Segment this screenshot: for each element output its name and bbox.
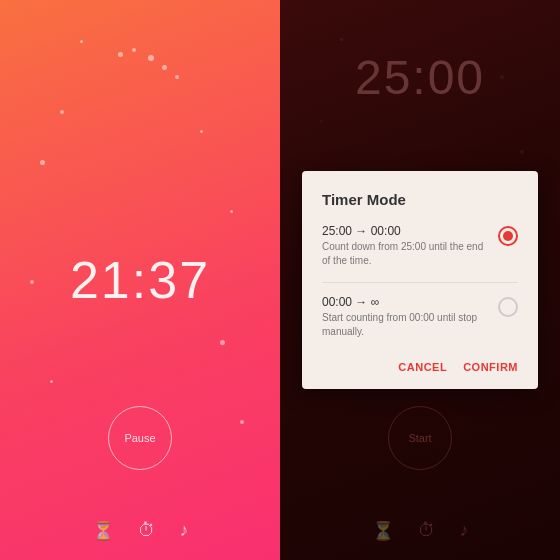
option-row-2[interactable]: 00:00 → ∞ Start counting from 00:00 unti… <box>322 295 518 339</box>
pause-label: Pause <box>124 432 155 444</box>
deco-dot <box>240 420 244 424</box>
option1-desc: Count down from 25:00 until the end of t… <box>322 240 490 268</box>
left-panel: 21:37 Pause ⏳ ⏱ ♪ <box>0 0 280 560</box>
deco-dot <box>220 340 225 345</box>
right-panel: 25:00 Timer Mode 25:00 → 00:00 Count dow… <box>280 0 560 560</box>
option2-desc: Start counting from 00:00 until stop man… <box>322 311 490 339</box>
stopwatch-icon[interactable]: ⏱ <box>138 520 156 542</box>
deco-dot <box>162 65 167 70</box>
modal-actions: CANCEL CONFIRM <box>322 353 518 377</box>
music-icon[interactable]: ♪ <box>180 520 189 542</box>
option2-label: 00:00 → ∞ <box>322 295 490 309</box>
pause-button[interactable]: Pause <box>108 406 172 470</box>
divider <box>322 282 518 283</box>
deco-dot <box>148 55 154 61</box>
deco-dot <box>200 130 203 133</box>
deco-dot <box>175 75 179 79</box>
radio-option1[interactable] <box>498 226 518 246</box>
bottom-nav-left: ⏳ ⏱ ♪ <box>0 520 280 542</box>
timer-mode-dialog: Timer Mode 25:00 → 00:00 Count down from… <box>302 171 538 389</box>
option2-text: 00:00 → ∞ Start counting from 00:00 unti… <box>322 295 490 339</box>
confirm-button[interactable]: CONFIRM <box>463 357 518 377</box>
clock-display: 21:37 <box>70 250 210 310</box>
modal-overlay: Timer Mode 25:00 → 00:00 Count down from… <box>280 0 560 560</box>
deco-dot <box>40 160 45 165</box>
deco-dot <box>50 380 53 383</box>
option1-label: 25:00 → 00:00 <box>322 224 490 238</box>
radio-inner-1 <box>503 231 513 241</box>
deco-dot <box>80 40 83 43</box>
deco-dot <box>60 110 64 114</box>
deco-dot <box>30 280 34 284</box>
cancel-button[interactable]: CANCEL <box>398 357 447 377</box>
radio-option2[interactable] <box>498 297 518 317</box>
timer-icon[interactable]: ⏳ <box>92 520 114 542</box>
option1-text: 25:00 → 00:00 Count down from 25:00 unti… <box>322 224 490 268</box>
deco-dot <box>118 52 123 57</box>
modal-title: Timer Mode <box>322 191 518 208</box>
option-row-1[interactable]: 25:00 → 00:00 Count down from 25:00 unti… <box>322 224 518 268</box>
deco-dot <box>132 48 136 52</box>
deco-dot <box>230 210 233 213</box>
